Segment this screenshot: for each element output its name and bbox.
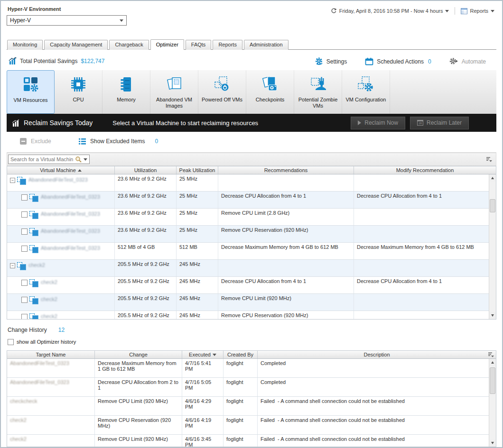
excluded-count[interactable]: 0: [155, 138, 158, 145]
scroll-down-button[interactable]: [489, 439, 496, 447]
created-by-cell: foglight: [224, 416, 258, 434]
tool-potential-zombie-vms[interactable]: Potential Zombie VMs: [294, 70, 342, 114]
vm-table-scrollbar[interactable]: [489, 174, 496, 319]
search-input[interactable]: [9, 156, 75, 162]
time-range-selector[interactable]: Friday, April 8, 2016 10:58 PM - Now 4 h…: [331, 8, 449, 14]
modify-recommendation-cell[interactable]: [354, 311, 489, 319]
vm-checkbox[interactable]: [21, 211, 28, 218]
automate-button[interactable]: Automate: [449, 57, 486, 65]
checkpoints-icon: [261, 75, 279, 94]
tab-optimizer[interactable]: Optimizer: [150, 39, 184, 50]
tool-cpu[interactable]: CPU: [55, 70, 102, 114]
modify-recommendation-cell[interactable]: Decrease Maximum Memory from 4 GB to 612…: [354, 243, 489, 259]
tool-memory[interactable]: Memory: [102, 70, 150, 114]
column-header-change[interactable]: Change: [95, 351, 182, 358]
search-trigger[interactable]: [75, 156, 89, 163]
vm-table-row[interactable]: AbandonedFileTest_0323 23.6 MHz of 9.2 G…: [7, 226, 489, 243]
vm-checkbox[interactable]: [21, 194, 28, 201]
show-excluded-items-button[interactable]: Show Excluded Items 0: [79, 138, 158, 145]
change-history-row[interactable]: AbandonedFileTest_0323 Decrease Maximum …: [7, 359, 489, 378]
vm-table-row[interactable]: − AbandonedFileTest_0323 23.6 MHz of 9.2…: [7, 174, 489, 192]
change-history-row[interactable]: check2 Remove CPU Reservation (920 MHz) …: [7, 416, 489, 435]
tool-vm-configuration[interactable]: VM Configuration: [342, 70, 390, 114]
tab-chargeback[interactable]: Chargeback: [109, 40, 149, 50]
column-header-modify-recommendation[interactable]: Modify Recommendation: [354, 166, 496, 174]
scroll-up-button[interactable]: [489, 359, 496, 366]
scheduled-actions-count[interactable]: 0: [428, 58, 431, 65]
scroll-thumb[interactable]: [490, 367, 495, 394]
tool-powered-off-vms[interactable]: Powered Off VMs: [198, 70, 246, 114]
show-all-history-checkbox[interactable]: [8, 339, 14, 345]
vm-table-row[interactable]: check2 205.5 MHz of 9.2 GHz 245 MHz Decr…: [7, 277, 489, 294]
modify-recommendation-cell[interactable]: [354, 226, 489, 242]
change-history-row[interactable]: AbandonedFileTest_0323 Decrease CPU Allo…: [7, 378, 489, 397]
search-strip: [7, 153, 496, 166]
vm-table-row[interactable]: check2 205.5 MHz of 9.2 GHz 245 MHz Remo…: [7, 294, 489, 311]
vm-checkbox[interactable]: [21, 280, 28, 286]
column-header-virtual-machine[interactable]: Virtual Machine: [7, 166, 115, 174]
vm-name: check2: [28, 262, 45, 268]
tab-bar: Monitoring Capacity Management Chargebac…: [7, 40, 289, 50]
savings-value[interactable]: $122,747: [81, 58, 104, 64]
reclaim-title-group: Reclaim Savings Today: [12, 119, 93, 127]
column-header-executed[interactable]: Executed: [182, 351, 224, 358]
column-header-peak-utilization[interactable]: Peak Utilization: [177, 166, 218, 174]
vm-table-row[interactable]: AbandonedFileTest_0323 23.6 MHz of 9.2 G…: [7, 209, 489, 226]
scheduled-actions-button[interactable]: Scheduled Actions 0: [365, 57, 431, 65]
collapse-icon[interactable]: −: [10, 178, 15, 183]
tab-reports[interactable]: Reports: [213, 40, 242, 50]
tab-faqts[interactable]: FAQts: [186, 40, 212, 50]
scroll-down-button[interactable]: [489, 312, 496, 319]
tool-abandoned-vm-images[interactable]: Abandoned VM Images: [150, 70, 198, 114]
bar-chart-icon: [12, 119, 20, 127]
modify-recommendation-cell[interactable]: [354, 294, 489, 311]
vm-checkbox[interactable]: [21, 246, 28, 252]
tab-capacity-management[interactable]: Capacity Management: [44, 40, 108, 50]
change-history-scrollbar[interactable]: [489, 359, 496, 447]
vm-icon: [29, 313, 39, 319]
column-header-utilization[interactable]: Utilization: [115, 166, 177, 174]
table-customizer-button[interactable]: [486, 156, 493, 164]
history-customizer-button[interactable]: [488, 352, 494, 359]
settings-button[interactable]: Settings: [315, 57, 347, 65]
vm-checkbox[interactable]: [21, 297, 28, 303]
list-icon: [79, 138, 86, 145]
modify-recommendation-cell[interactable]: [354, 174, 489, 191]
change-history-table: Target Name Change Executed Created By D…: [7, 350, 496, 447]
change-history-row[interactable]: check2 Remove CPU Limit (920 MHz) 4/6/16…: [7, 435, 489, 447]
recommendation-cell: Decrease CPU Allocation from 4 to 1: [218, 192, 354, 208]
vm-table-row[interactable]: check2 205.5 MHz of 9.2 GHz 245 MHz Remo…: [7, 311, 489, 319]
column-header-recommendations[interactable]: Recommendations: [218, 166, 354, 174]
column-header-created-by[interactable]: Created By: [224, 351, 258, 358]
change-history-row[interactable]: checkcheck Remove CPU Limit (920 MHz) 4/…: [7, 397, 489, 416]
column-header-target-name[interactable]: Target Name: [7, 351, 95, 358]
peak-utilization-cell: 245 MHz: [177, 260, 218, 276]
vm-table-row[interactable]: AbandonedFileTest_0323 512 MB of 4 GB 51…: [7, 243, 489, 260]
scroll-up-button[interactable]: [489, 174, 496, 182]
vm-search-box[interactable]: [8, 155, 90, 164]
target-name-cell: check2: [7, 416, 95, 434]
reclaim-now-button[interactable]: Reclaim Now: [351, 117, 405, 129]
change-history-count[interactable]: 12: [58, 327, 65, 333]
tab-administration[interactable]: Administration: [244, 40, 289, 50]
vm-checkbox[interactable]: [21, 229, 28, 235]
exclude-button[interactable]: Exclude: [20, 138, 51, 145]
vm-icon: [17, 262, 27, 270]
reports-menu[interactable]: Reports: [461, 8, 494, 14]
collapse-icon[interactable]: −: [10, 263, 15, 268]
show-all-history-toggle[interactable]: show all Optimizer history: [8, 338, 76, 345]
vm-checkbox[interactable]: [21, 314, 28, 319]
scroll-thumb[interactable]: [490, 199, 495, 212]
vm-table-row[interactable]: − check2 205.5 MHz of 9.2 GHz 245 MHz: [7, 260, 489, 277]
tool-vm-resources[interactable]: VM Resources: [7, 70, 55, 114]
modify-recommendation-cell[interactable]: Decrease CPU Allocation from 4 to 1: [354, 277, 489, 293]
modify-recommendation-cell[interactable]: [354, 260, 489, 276]
modify-recommendation-cell[interactable]: Decrease CPU Allocation from 4 to 1: [354, 192, 489, 208]
tab-monitoring[interactable]: Monitoring: [7, 40, 43, 50]
modify-recommendation-cell[interactable]: [354, 209, 489, 225]
environment-selector[interactable]: Hyper-V: [7, 15, 127, 26]
column-header-description[interactable]: Description: [258, 351, 496, 358]
tool-checkpoints[interactable]: Checkpoints: [246, 70, 294, 114]
reclaim-later-button[interactable]: 28 Reclaim Later: [410, 117, 469, 129]
vm-table-row[interactable]: AbandonedFileTest_0323 23.6 MHz of 9.2 G…: [7, 192, 489, 209]
